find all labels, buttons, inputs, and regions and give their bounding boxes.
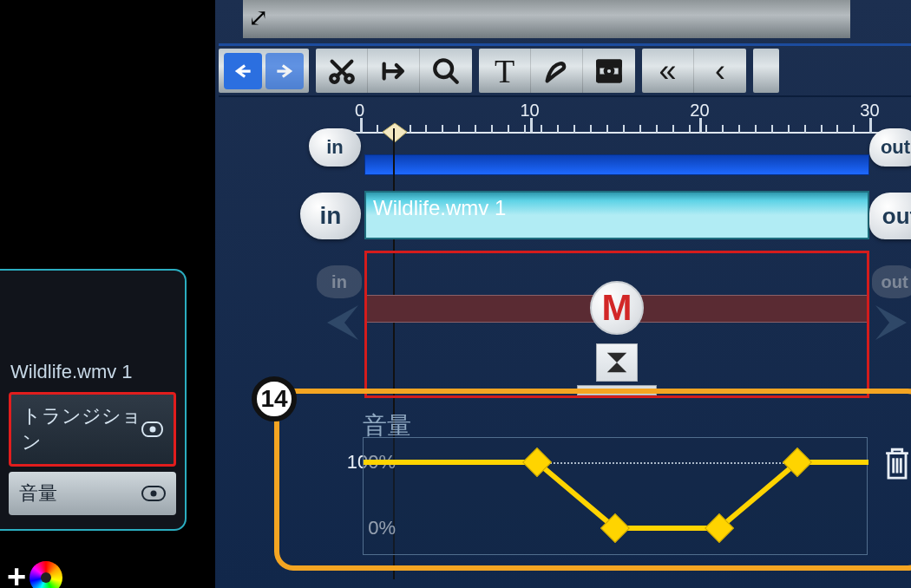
svg-marker-10	[607, 353, 627, 363]
expand-icon[interactable]: ⤢	[248, 3, 268, 32]
volume-envelope[interactable]	[363, 437, 868, 555]
clip-in-marker[interactable]: in	[300, 193, 361, 239]
clip-title: Wildlife.wmv 1	[10, 361, 176, 383]
playhead-diamond-icon[interactable]	[380, 121, 410, 144]
prev-button[interactable]: ‹	[694, 49, 746, 93]
timeline-area: ⤢	[215, 0, 911, 588]
hourglass-button[interactable]	[596, 343, 638, 382]
preview-strip	[243, 0, 850, 38]
svg-point-6	[606, 67, 613, 75]
svg-rect-5	[598, 75, 620, 81]
text-button[interactable]: T	[479, 49, 531, 93]
transition-label: トランジション	[22, 403, 141, 455]
play-button[interactable]	[753, 49, 779, 93]
in-marker[interactable]: in	[309, 128, 361, 167]
chevron-right-icon[interactable]	[875, 305, 911, 340]
svg-marker-9	[875, 305, 907, 340]
volume-label: 音量	[19, 480, 57, 506]
add-layer-button-2[interactable]: +	[0, 553, 69, 588]
clip-label: Wildlife.wmv 1	[373, 196, 506, 220]
out-marker-disabled: out	[872, 265, 911, 298]
m-badge[interactable]: M	[590, 281, 644, 335]
undo-redo-group	[219, 49, 309, 93]
chevron-left-icon[interactable]	[310, 305, 358, 340]
time-ruler[interactable]: 0 10 20 30	[349, 106, 897, 144]
visibility-icon[interactable]	[141, 486, 166, 501]
nav-group: « ‹	[642, 49, 746, 93]
transition-row[interactable]: トランジション	[9, 392, 176, 467]
callout-badge: 14	[252, 376, 297, 421]
svg-marker-11	[607, 363, 627, 372]
svg-marker-8	[327, 305, 358, 340]
out-marker[interactable]: out	[869, 128, 911, 167]
video-clip[interactable]: Wildlife.wmv 1	[364, 191, 869, 239]
volume-row[interactable]: 音量	[9, 472, 176, 515]
insert-group: T	[479, 49, 635, 93]
svg-marker-7	[383, 123, 407, 142]
root: + Wildlife.wmv 1 トランジション 音量 + ⤢	[0, 0, 911, 588]
clip-properties-panel: Wildlife.wmv 1 トランジション 音量	[0, 269, 187, 531]
redo-button[interactable]	[265, 53, 304, 89]
search-button[interactable]	[420, 49, 472, 93]
color-wheel-icon	[29, 561, 62, 589]
transition-track[interactable]: in out M	[364, 251, 869, 398]
toolbar: T « ‹	[219, 43, 911, 97]
skip-button[interactable]	[368, 49, 420, 93]
undo-button[interactable]	[224, 53, 262, 89]
draw-button[interactable]	[531, 49, 583, 93]
snapshot-button[interactable]	[583, 49, 635, 93]
nav-group-2	[753, 49, 779, 93]
in-marker-disabled: in	[317, 265, 362, 298]
svg-rect-4	[598, 61, 620, 66]
clip-out-marker[interactable]: out	[869, 193, 911, 239]
selection-bar[interactable]	[364, 154, 869, 175]
visibility-icon[interactable]	[141, 421, 163, 437]
plus-icon: +	[7, 559, 26, 588]
rewind-button[interactable]: «	[642, 49, 694, 93]
delete-button[interactable]	[882, 446, 911, 480]
edit-group	[316, 49, 472, 93]
cut-button[interactable]	[316, 49, 368, 93]
